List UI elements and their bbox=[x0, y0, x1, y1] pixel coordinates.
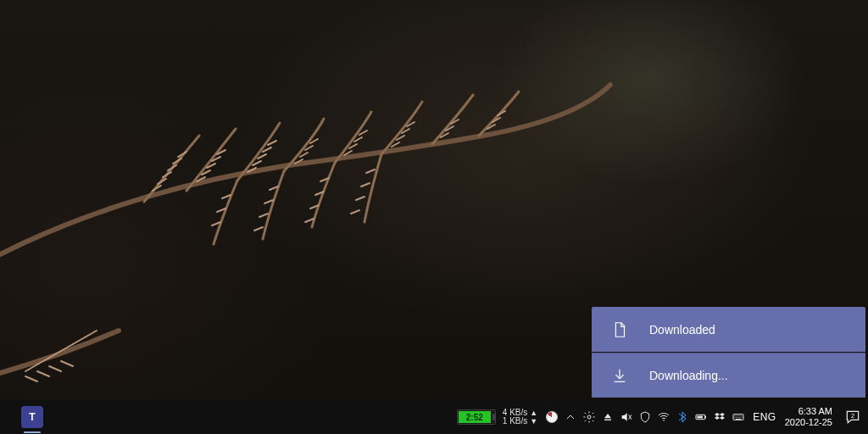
download-speed: 1 KB/s bbox=[503, 417, 527, 426]
battery-widget[interactable]: 2:52 bbox=[457, 409, 496, 425]
language-indicator[interactable]: ENG bbox=[748, 411, 782, 423]
eject-icon bbox=[601, 410, 615, 424]
toast-stack: Downloaded Downloading... bbox=[592, 306, 865, 398]
svg-rect-4 bbox=[705, 416, 706, 419]
tray-bluetooth[interactable] bbox=[673, 400, 692, 434]
settings-icon bbox=[582, 410, 596, 424]
toast-label: Downloading... bbox=[649, 369, 728, 382]
tray-volume[interactable] bbox=[617, 400, 636, 434]
tray-eject[interactable] bbox=[598, 400, 617, 434]
taskbar-app-teams[interactable]: T bbox=[12, 400, 53, 434]
battery-cap bbox=[492, 414, 495, 420]
tray-settings[interactable] bbox=[580, 400, 598, 434]
svg-rect-1 bbox=[604, 420, 611, 420]
battery-time: 2:52 bbox=[459, 411, 491, 423]
pie-icon bbox=[546, 411, 558, 423]
svg-point-2 bbox=[663, 420, 665, 421]
volume-mute-icon bbox=[620, 410, 633, 424]
network-speed-widget[interactable]: 4 KB/s▲ 1 KB/s▼ bbox=[503, 409, 537, 426]
tray-wifi[interactable] bbox=[654, 400, 673, 434]
clock-time: 6:33 AM bbox=[785, 406, 832, 417]
bluetooth-icon bbox=[676, 410, 689, 424]
taskbar: T 2:52 4 KB/s▲ 1 KB/s▼ bbox=[0, 400, 868, 434]
svg-point-0 bbox=[587, 415, 591, 419]
notification-icon: 2 bbox=[844, 409, 861, 426]
file-icon bbox=[610, 320, 629, 339]
teams-icon-letter: T bbox=[29, 411, 35, 423]
chevron-up-icon bbox=[564, 410, 577, 424]
keyboard-icon bbox=[732, 410, 745, 424]
clock-date: 2020-12-25 bbox=[785, 417, 832, 428]
down-arrow-icon: ▼ bbox=[530, 417, 537, 426]
dropbox-icon bbox=[713, 410, 726, 424]
tray-dropbox[interactable] bbox=[710, 400, 729, 434]
toast-downloaded[interactable]: Downloaded bbox=[592, 307, 865, 352]
teams-icon: T bbox=[21, 406, 43, 428]
toast-label: Downloaded bbox=[649, 323, 715, 337]
svg-rect-5 bbox=[698, 416, 704, 419]
tray-disk-icon[interactable] bbox=[542, 400, 561, 434]
tray-overflow[interactable] bbox=[561, 400, 580, 434]
tray-power[interactable] bbox=[692, 400, 710, 434]
power-icon bbox=[694, 410, 708, 424]
wifi-icon bbox=[657, 410, 670, 424]
taskbar-clock[interactable]: 6:33 AM 2020-12-25 bbox=[782, 406, 837, 428]
tray-security[interactable] bbox=[636, 400, 654, 434]
security-icon bbox=[638, 410, 652, 424]
download-icon bbox=[610, 366, 629, 385]
notification-badge-text: 2 bbox=[851, 412, 854, 420]
tray-keyboard[interactable] bbox=[729, 400, 748, 434]
action-center-button[interactable]: 2 bbox=[837, 400, 868, 434]
system-tray bbox=[561, 400, 748, 434]
toast-downloading[interactable]: Downloading... bbox=[592, 353, 865, 398]
up-arrow-icon: ▲ bbox=[530, 409, 537, 417]
